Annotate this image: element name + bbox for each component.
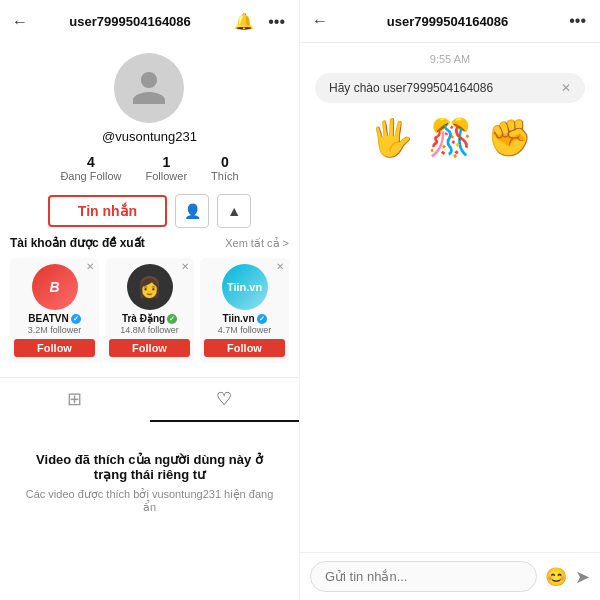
suggested-section: Tài khoản được đề xuất Xem tất cả > ✕ B … <box>0 228 299 367</box>
private-content-area: Video đã thích của người dùng này ở trạn… <box>0 452 299 514</box>
chat-time: 9:55 AM <box>430 53 470 65</box>
tab-liked[interactable]: ♡ <box>150 378 300 422</box>
follow-button-tiin[interactable]: Follow <box>204 339 285 357</box>
likes-label: Thích <box>211 170 239 182</box>
right-more-button[interactable]: ••• <box>567 10 588 32</box>
chat-input[interactable] <box>310 561 537 592</box>
suggested-cards: ✕ B BEATVN ✓ 3.2M follower Follow ✕ 👩 Tr… <box>10 258 289 363</box>
right-topbar-username: user7999504164086 <box>387 14 508 29</box>
share-button[interactable]: ▲ <box>217 194 251 228</box>
beatvn-logo: B <box>32 264 78 310</box>
left-topbar-icons: 🔔 ••• <box>232 10 287 33</box>
verified-icon-tra: ✓ <box>167 314 177 324</box>
card-avatar-tiin: Tiin.vn <box>222 264 268 310</box>
grid-icon: ⊞ <box>67 388 82 410</box>
profile-action-row: Tin nhắn 👤 ▲ <box>48 194 251 228</box>
right-back-button[interactable]: ← <box>312 12 328 30</box>
share-icon: ▲ <box>227 203 241 219</box>
card-avatar-beatvn: B <box>32 264 78 310</box>
card-close-tra[interactable]: ✕ <box>181 261 189 272</box>
left-topbar: ← user7999504164086 🔔 ••• <box>0 0 299 43</box>
tra-photo: 👩 <box>127 264 173 310</box>
card-name-tra: Trà Đặng ✓ <box>122 313 177 324</box>
verified-icon-beatvn: ✓ <box>71 314 81 324</box>
likes-count: 0 <box>221 154 229 170</box>
tab-grid[interactable]: ⊞ <box>0 378 150 422</box>
sticker-wave[interactable]: 🖐️ <box>369 117 414 159</box>
follow-button-beatvn[interactable]: Follow <box>14 339 95 357</box>
private-content-title: Video đã thích của người dùng này ở trạn… <box>20 452 279 482</box>
left-topbar-username: user7999504164086 <box>69 14 190 29</box>
verified-icon-tiin: ✓ <box>257 314 267 324</box>
emoji-button[interactable]: 😊 <box>545 566 567 588</box>
left-panel: ← user7999504164086 🔔 ••• @vusontung231 … <box>0 0 300 600</box>
suggested-card-tra: ✕ 👩 Trà Đặng ✓ 14.8M follower Follow <box>105 258 194 363</box>
heart-icon: ♡ <box>216 388 232 410</box>
card-avatar-tra: 👩 <box>127 264 173 310</box>
bubble-close-button[interactable]: ✕ <box>561 81 571 95</box>
following-count: 4 <box>87 154 95 170</box>
user-icon <box>129 68 169 108</box>
suggested-header: Tài khoản được đề xuất Xem tất cả > <box>10 236 289 250</box>
profile-stats-row: 4 Đang Follow 1 Follower 0 Thích <box>60 154 238 182</box>
chat-input-area: 😊 ➤ <box>300 552 600 600</box>
following-label: Đang Follow <box>60 170 121 182</box>
chat-area: 9:55 AM Hãy chào user7999504164086 ✕ 🖐️ … <box>300 43 600 552</box>
stickers-row: 🖐️ 🎊 ✊ <box>369 117 532 159</box>
card-name-beatvn: BEATVN ✓ <box>28 313 80 324</box>
send-button[interactable]: ➤ <box>575 566 590 588</box>
profile-tabs: ⊞ ♡ <box>0 377 299 422</box>
stat-followers: 1 Follower <box>146 154 188 182</box>
card-followers-tiin: 4.7M follower <box>218 325 272 335</box>
see-all-link[interactable]: Xem tất cả > <box>225 237 289 250</box>
follower-label: Follower <box>146 170 188 182</box>
suggested-card-beatvn: ✕ B BEATVN ✓ 3.2M follower Follow <box>10 258 99 363</box>
private-content-subtitle: Các video được thích bởi vusontung231 hi… <box>20 488 279 514</box>
suggested-card-tiin: ✕ Tiin.vn Tiin.vn ✓ 4.7M follower Follow <box>200 258 289 363</box>
left-back-button[interactable]: ← <box>12 13 28 31</box>
tiin-logo: Tiin.vn <box>222 264 268 310</box>
message-button[interactable]: Tin nhắn <box>48 195 167 227</box>
card-close-beatvn[interactable]: ✕ <box>86 261 94 272</box>
follow-button-tra[interactable]: Follow <box>109 339 190 357</box>
welcome-text: Hãy chào user7999504164086 <box>329 81 493 95</box>
right-panel: ← user7999504164086 ••• 9:55 AM Hãy chào… <box>300 0 600 600</box>
profile-avatar-area: @vusontung231 <box>102 53 197 144</box>
follower-count: 1 <box>162 154 170 170</box>
sticker-party[interactable]: 🎊 <box>428 117 473 159</box>
right-topbar: ← user7999504164086 ••• <box>300 0 600 43</box>
avatar <box>114 53 184 123</box>
card-close-tiin[interactable]: ✕ <box>276 261 284 272</box>
add-friend-button[interactable]: 👤 <box>175 194 209 228</box>
card-name-tiin: Tiin.vn ✓ <box>222 313 266 324</box>
suggested-title: Tài khoản được đề xuất <box>10 236 145 250</box>
add-friend-icon: 👤 <box>184 203 201 219</box>
profile-handle: @vusontung231 <box>102 129 197 144</box>
more-options-button[interactable]: ••• <box>266 11 287 33</box>
card-followers-tra: 14.8M follower <box>120 325 179 335</box>
stat-likes: 0 Thích <box>211 154 239 182</box>
card-followers-beatvn: 3.2M follower <box>28 325 82 335</box>
welcome-bubble: Hãy chào user7999504164086 ✕ <box>315 73 585 103</box>
sticker-fist[interactable]: ✊ <box>487 117 532 159</box>
stat-following: 4 Đang Follow <box>60 154 121 182</box>
notification-bell-button[interactable]: 🔔 <box>232 10 256 33</box>
